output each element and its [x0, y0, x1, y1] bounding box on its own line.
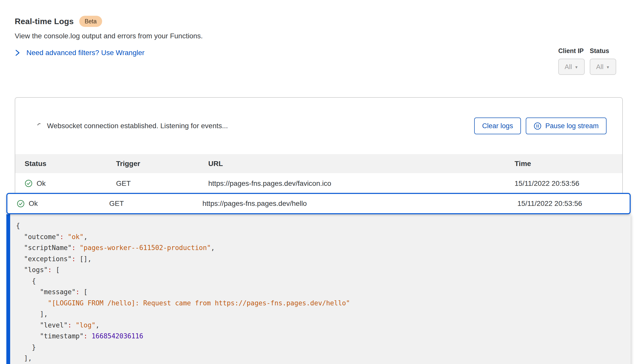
page-header: Real-time Logs Beta: [15, 16, 102, 27]
wrangler-link[interactable]: Need advanced filters? Use Wrangler: [15, 49, 145, 57]
page-title: Real-time Logs: [15, 17, 74, 26]
filters: Client IP All ▼ Status All ▼: [558, 47, 616, 75]
status-cell: Ok: [25, 179, 116, 188]
trigger-cell: GET: [109, 200, 202, 208]
pause-log-stream-button[interactable]: Pause log stream: [526, 118, 607, 134]
check-circle-icon: [25, 179, 33, 187]
caret-down-icon: ▼: [575, 65, 578, 69]
wrangler-link-label: Need advanced filters? Use Wrangler: [26, 49, 145, 57]
spinner-icon: [37, 123, 43, 129]
caret-down-icon: ▼: [606, 65, 610, 69]
status-label: Ok: [29, 200, 38, 208]
chevron-right-icon: [15, 49, 20, 56]
column-header-url: URL: [208, 160, 515, 168]
stream-actions: Clear logs Pause log stream: [474, 118, 607, 134]
trigger-cell: GET: [116, 179, 208, 188]
expanded-log-row: Ok GET https://pages-fns.pages.dev/hello…: [6, 193, 631, 364]
beta-badge: Beta: [79, 16, 102, 27]
status-filter-value: All: [596, 63, 603, 71]
column-header-status: Status: [25, 160, 116, 168]
log-table-row[interactable]: Ok GET https://pages-fns.pages.dev/favic…: [15, 173, 622, 194]
log-table-row-selected[interactable]: Ok GET https://pages-fns.pages.dev/hello…: [6, 193, 631, 214]
clear-logs-label: Clear logs: [482, 122, 513, 130]
page-subtitle: View the console.log output and errors f…: [15, 32, 203, 40]
pause-log-stream-label: Pause log stream: [545, 122, 599, 130]
url-cell: https://pages-fns.pages.dev/favicon.ico: [208, 179, 515, 188]
client-ip-filter-label: Client IP: [558, 47, 585, 55]
status-filter-label: Status: [590, 47, 616, 55]
stream-status-bar: Websocket connection established. Listen…: [15, 98, 622, 154]
log-json-panel: { "outcome": "ok", "scriptName": "pages-…: [6, 214, 631, 364]
time-cell: 15/11/2022 20:53:56: [517, 200, 630, 208]
websocket-status-message: Websocket connection established. Listen…: [47, 122, 228, 130]
column-header-time: Time: [515, 160, 622, 168]
clear-logs-button[interactable]: Clear logs: [474, 118, 521, 134]
pause-circle-icon: [534, 122, 542, 130]
status-label: Ok: [37, 179, 46, 188]
status-cell: Ok: [17, 200, 109, 208]
realtime-logs-page: Real-time Logs Beta View the console.log…: [0, 0, 637, 364]
time-cell: 15/11/2022 20:53:56: [515, 179, 622, 188]
url-cell: https://pages-fns.pages.dev/hello: [202, 200, 517, 208]
log-json-content: { "outcome": "ok", "scriptName": "pages-…: [16, 220, 626, 364]
check-circle-icon: [17, 200, 25, 208]
log-table-header: Status Trigger URL Time: [15, 154, 622, 173]
column-header-trigger: Trigger: [116, 160, 208, 168]
client-ip-filter: Client IP All ▼: [558, 47, 585, 75]
client-ip-filter-value: All: [565, 63, 572, 71]
status-filter: Status All ▼: [590, 47, 616, 75]
status-filter-dropdown[interactable]: All ▼: [590, 59, 616, 75]
client-ip-filter-dropdown[interactable]: All ▼: [558, 59, 585, 75]
